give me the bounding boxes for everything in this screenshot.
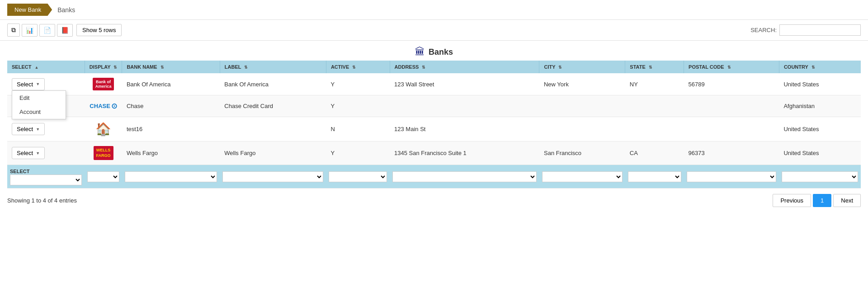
copy-icon: ⧉ bbox=[11, 26, 16, 33]
filter-state-select[interactable] bbox=[628, 171, 681, 182]
page-1-button[interactable]: 1 bbox=[813, 194, 831, 207]
filter-address-select[interactable] bbox=[392, 171, 537, 182]
sort-arrow-bank-name: ⇅ bbox=[160, 65, 164, 70]
sort-arrow-postal: ⇅ bbox=[727, 65, 731, 70]
filter-row: SELECT bbox=[7, 165, 861, 189]
select-button-4[interactable]: Select ▼ bbox=[12, 147, 45, 159]
dropdown-arrow-4: ▼ bbox=[36, 151, 40, 156]
select-cell-4: Select ▼ bbox=[7, 141, 85, 165]
select-button-3[interactable]: Select ▼ bbox=[12, 123, 45, 135]
postal-4: 96373 bbox=[684, 141, 779, 165]
active-2: Y bbox=[326, 95, 390, 117]
col-city[interactable]: CITY ⇅ bbox=[539, 61, 625, 73]
filter-state bbox=[625, 165, 684, 189]
col-select[interactable]: SELECT ▲ bbox=[7, 61, 85, 73]
new-bank-button[interactable]: New Bank bbox=[7, 4, 52, 16]
dropdown-arrow-1: ▼ bbox=[36, 82, 40, 86]
csv-button[interactable]: 📄 bbox=[39, 24, 55, 37]
filter-bank-name-select[interactable] bbox=[125, 171, 217, 182]
table-wrapper: SELECT ▲ DISPLAY ⇅ BANK NAME ⇅ LABEL ⇅ A… bbox=[0, 61, 868, 189]
active-1: Y bbox=[326, 73, 390, 95]
search-label: SEARCH: bbox=[750, 27, 777, 33]
page-title-area: 🏛 Banks bbox=[0, 41, 868, 61]
col-country[interactable]: COUNTRY ⇅ bbox=[779, 61, 861, 73]
dropdown-item-edit-1[interactable]: Edit bbox=[12, 91, 66, 105]
select-cell-1: Select ▼ Edit Account bbox=[7, 73, 85, 95]
col-postal-code[interactable]: POSTAL CODE ⇅ bbox=[684, 61, 779, 73]
col-display[interactable]: DISPLAY ⇅ bbox=[85, 61, 122, 73]
address-4: 1345 San Francisco Suite 1 bbox=[390, 141, 539, 165]
col-address[interactable]: ADDRESS ⇅ bbox=[390, 61, 539, 73]
filter-select-dropdown[interactable] bbox=[10, 174, 82, 185]
logo-cell-1: Bank of America bbox=[85, 73, 122, 95]
boa-logo: Bank of America bbox=[93, 78, 114, 90]
filter-label bbox=[220, 165, 326, 189]
chase-logo: CHASE ⊙ bbox=[90, 102, 117, 110]
breadcrumb: Banks bbox=[57, 6, 75, 14]
filter-bank-name bbox=[122, 165, 220, 189]
address-3: 123 Main St bbox=[390, 117, 539, 141]
filter-label-select[interactable] bbox=[222, 171, 323, 182]
house-icon: 🏠 bbox=[95, 122, 111, 136]
select-cell-3: Select ▼ bbox=[7, 117, 85, 141]
select-button-1[interactable]: Select ▼ bbox=[12, 78, 45, 90]
dropdown-container-3: Select ▼ bbox=[12, 123, 45, 135]
table-row: Select ▼ 🏠 test16 N 123 Main St United S… bbox=[7, 117, 861, 141]
filter-active-select[interactable] bbox=[329, 171, 387, 182]
show-rows-button[interactable]: Show 5 rows bbox=[76, 24, 122, 36]
dropdown-arrow-3: ▼ bbox=[36, 127, 40, 132]
col-active[interactable]: ACTIVE ⇅ bbox=[326, 61, 390, 73]
sort-arrow-select: ▲ bbox=[34, 65, 38, 70]
active-4: Y bbox=[326, 141, 390, 165]
table-header-row: SELECT ▲ DISPLAY ⇅ BANK NAME ⇅ LABEL ⇅ A… bbox=[7, 61, 861, 73]
bank-icon: 🏛 bbox=[415, 46, 425, 58]
toolbar: ⧉ 📊 📄 📕 Show 5 rows SEARCH: bbox=[0, 20, 868, 41]
filter-address bbox=[390, 165, 539, 189]
sort-arrow-display: ⇅ bbox=[113, 65, 117, 70]
wells-fargo-logo: WELLSFARGO bbox=[94, 146, 113, 160]
col-state[interactable]: STATE ⇅ bbox=[625, 61, 684, 73]
logo-cell-4: WELLSFARGO bbox=[85, 141, 122, 165]
pdf-button[interactable]: 📕 bbox=[57, 24, 73, 37]
filter-select: SELECT bbox=[7, 165, 85, 189]
dropdown-container-1: Select ▼ Edit Account bbox=[12, 78, 45, 90]
label-2: Chase Credit Card bbox=[220, 95, 326, 117]
filter-city-select[interactable] bbox=[542, 171, 623, 182]
excel-button[interactable]: 📊 bbox=[22, 24, 38, 37]
filter-country-select[interactable] bbox=[782, 171, 858, 182]
search-input[interactable] bbox=[779, 24, 861, 36]
label-1: Bank Of America bbox=[220, 73, 326, 95]
label-4: Wells Fargo bbox=[220, 141, 326, 165]
sort-arrow-label: ⇅ bbox=[244, 65, 248, 70]
state-2 bbox=[625, 95, 684, 117]
previous-button[interactable]: Previous bbox=[773, 194, 811, 207]
copy-button[interactable]: ⧉ bbox=[7, 24, 20, 37]
search-area: SEARCH: bbox=[750, 24, 861, 36]
filter-display-select[interactable] bbox=[87, 171, 119, 182]
page-title: Banks bbox=[429, 47, 453, 57]
active-3: N bbox=[326, 117, 390, 141]
filter-postal bbox=[684, 165, 779, 189]
state-4: CA bbox=[625, 141, 684, 165]
filter-active bbox=[326, 165, 390, 189]
bank-name-3: test16 bbox=[122, 117, 220, 141]
dropdown-item-account-1[interactable]: Account bbox=[12, 105, 66, 119]
filter-city bbox=[539, 165, 625, 189]
table-row: Select ▼ CHASE ⊙ Chase Chase Credit Card… bbox=[7, 95, 861, 117]
pdf-icon: 📕 bbox=[61, 27, 69, 34]
city-1: New York bbox=[539, 73, 625, 95]
col-label[interactable]: LABEL ⇅ bbox=[220, 61, 326, 73]
postal-2 bbox=[684, 95, 779, 117]
select-label-3: Select bbox=[17, 126, 33, 132]
sort-arrow-address: ⇅ bbox=[422, 65, 425, 70]
excel-icon: 📊 bbox=[26, 27, 33, 34]
banks-table: SELECT ▲ DISPLAY ⇅ BANK NAME ⇅ LABEL ⇅ A… bbox=[7, 61, 861, 189]
bank-name-2: Chase bbox=[122, 95, 220, 117]
label-3 bbox=[220, 117, 326, 141]
next-button[interactable]: Next bbox=[833, 194, 861, 207]
filter-postal-select[interactable] bbox=[687, 171, 777, 182]
logo-cell-3: 🏠 bbox=[85, 117, 122, 141]
country-2: Afghanistan bbox=[779, 95, 861, 117]
col-bank-name[interactable]: BANK NAME ⇅ bbox=[122, 61, 220, 73]
filter-select-label: SELECT bbox=[10, 169, 29, 174]
